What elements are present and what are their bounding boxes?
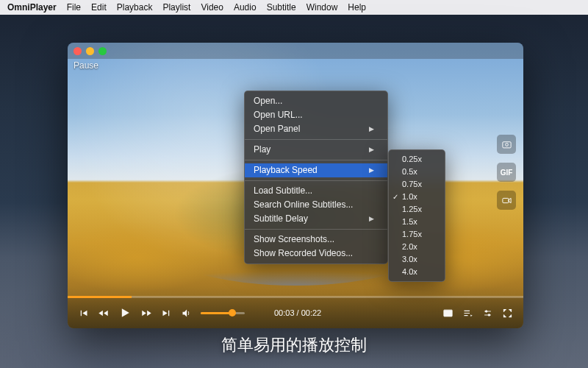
speed-option[interactable]: 1.75x [389, 228, 445, 241]
ctx-search-subtitles[interactable]: Search Online Subtitles... [245, 198, 387, 212]
pip-button[interactable] [442, 308, 453, 319]
ctx-open-panel[interactable]: Open Panel▶ [245, 122, 387, 136]
menu-separator [245, 139, 387, 140]
menubar-window[interactable]: Window [306, 2, 338, 13]
speed-option[interactable]: 4.0x [389, 266, 445, 278]
maximize-button[interactable] [98, 47, 107, 55]
menubar-help[interactable]: Help [348, 2, 366, 13]
svg-rect-2 [502, 198, 508, 202]
next-track-button[interactable] [161, 308, 172, 319]
svg-rect-0 [502, 141, 510, 147]
ctx-show-screenshots[interactable]: Show Screenshots... [245, 233, 387, 247]
ctx-subtitle-delay[interactable]: Subtitle Delay▶ [245, 212, 387, 226]
chevron-right-icon: ▶ [369, 163, 374, 177]
prev-track-button[interactable] [78, 308, 89, 319]
playback-state-label: Pause [74, 60, 98, 71]
time-display: 00:03 / 00:22 [274, 308, 321, 317]
menubar-playlist[interactable]: Playlist [162, 2, 190, 13]
volume-icon[interactable] [181, 308, 192, 319]
menubar-audio[interactable]: Audio [234, 2, 257, 13]
window-titlebar[interactable] [68, 43, 523, 59]
svg-point-6 [488, 314, 490, 316]
minimize-button[interactable] [86, 47, 94, 55]
ctx-play[interactable]: Play▶ [245, 143, 387, 157]
ctx-open-url[interactable]: Open URL... [245, 108, 387, 122]
menubar-file[interactable]: File [67, 2, 81, 13]
menubar-video[interactable]: Video [201, 2, 223, 13]
ctx-playback-speed[interactable]: Playback Speed▶ [245, 163, 387, 177]
speed-option[interactable]: 3.0x [389, 253, 445, 266]
gif-icon[interactable]: GIF [497, 163, 516, 182]
menubar-app-name[interactable]: OmniPlayer [7, 2, 57, 13]
menubar-playback[interactable]: Playback [117, 2, 153, 13]
ctx-load-subtitle[interactable]: Load Subtitle... [245, 184, 387, 198]
chevron-right-icon: ▶ [369, 143, 374, 157]
screenshot-icon[interactable] [497, 135, 516, 154]
ctx-show-recorded[interactable]: Show Recorded Videos... [245, 247, 387, 261]
volume-slider[interactable] [201, 312, 245, 314]
progress-bar[interactable] [68, 296, 523, 298]
menu-separator [245, 160, 387, 160]
close-button[interactable] [74, 47, 82, 55]
playlist-button[interactable] [462, 308, 473, 319]
speed-submenu: 0.25x 0.5x 0.75x 1.0x 1.25x 1.5x 1.75x 2… [388, 149, 445, 282]
side-icon-strip: GIF [497, 135, 516, 210]
speed-option[interactable]: 0.75x [389, 178, 445, 191]
svg-point-5 [485, 310, 487, 312]
mac-menubar: OmniPlayer File Edit Playback Playlist V… [0, 0, 588, 15]
chevron-right-icon: ▶ [369, 122, 374, 136]
settings-button[interactable] [482, 308, 493, 319]
speed-option[interactable]: 2.0x [389, 241, 445, 253]
speed-option[interactable]: 1.25x [389, 203, 445, 216]
fullscreen-button[interactable] [502, 308, 513, 319]
menu-separator [245, 180, 387, 181]
menubar-edit[interactable]: Edit [91, 2, 107, 13]
menu-separator [245, 229, 387, 230]
speed-option[interactable]: 0.5x [389, 166, 445, 178]
forward-button[interactable] [141, 308, 152, 319]
control-bar: 00:03 / 00:22 [68, 297, 523, 328]
marketing-caption: 简单易用的播放控制 [0, 334, 588, 356]
speed-option[interactable]: 1.0x [389, 191, 445, 203]
speed-option[interactable]: 0.25x [389, 153, 445, 166]
speed-option[interactable]: 1.5x [389, 216, 445, 228]
context-menu: Open... Open URL... Open Panel▶ Play▶ Pl… [244, 91, 388, 264]
play-button[interactable] [118, 305, 132, 320]
rewind-button[interactable] [98, 308, 109, 319]
svg-point-1 [505, 143, 508, 146]
svg-rect-4 [448, 312, 451, 314]
ctx-open[interactable]: Open... [245, 94, 387, 108]
menubar-subtitle[interactable]: Subtitle [267, 2, 296, 13]
player-window: Pause Open... Open URL... Open Panel▶ Pl… [68, 43, 523, 328]
chevron-right-icon: ▶ [369, 212, 374, 226]
record-icon[interactable] [497, 191, 516, 210]
